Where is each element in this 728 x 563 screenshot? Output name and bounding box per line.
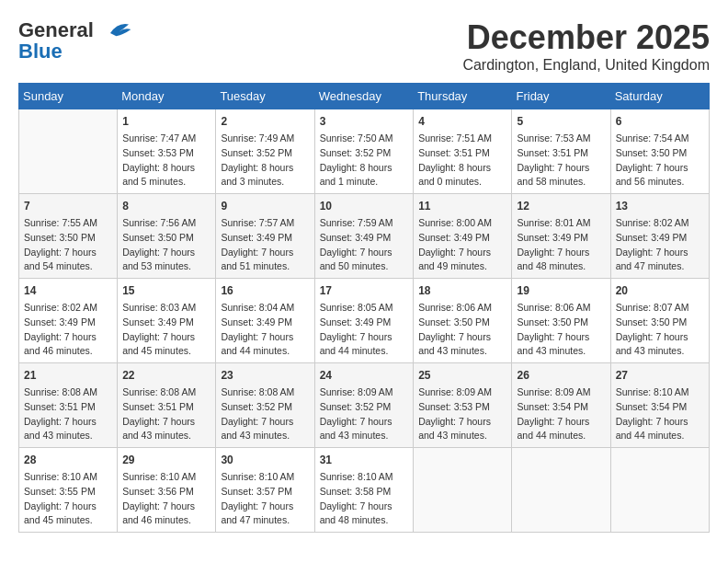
day-number: 23 — [221, 367, 309, 384]
day-number: 4 — [418, 113, 506, 130]
daylight-text: Daylight: 7 hours and 51 minutes. — [221, 247, 293, 272]
sunset-text: Sunset: 3:49 PM — [122, 316, 194, 327]
sunrise-text: Sunrise: 8:00 AM — [418, 217, 492, 228]
calendar-cell: 14Sunrise: 8:02 AMSunset: 3:49 PMDayligh… — [19, 279, 118, 363]
sunrise-text: Sunrise: 8:06 AM — [517, 302, 590, 313]
day-number: 5 — [517, 113, 605, 130]
daylight-text: Daylight: 7 hours and 49 minutes. — [418, 247, 491, 272]
daylight-text: Daylight: 7 hours and 46 minutes. — [24, 331, 97, 357]
daylight-text: Daylight: 7 hours and 48 minutes. — [517, 247, 589, 272]
sunset-text: Sunset: 3:54 PM — [517, 401, 588, 412]
sunset-text: Sunset: 3:50 PM — [24, 232, 96, 243]
calendar-cell: 1Sunrise: 7:47 AMSunset: 3:53 PMDaylight… — [118, 109, 216, 194]
sunrise-text: Sunrise: 7:50 AM — [320, 132, 393, 144]
calendar-week-3: 21Sunrise: 8:08 AMSunset: 3:51 PMDayligh… — [19, 363, 710, 448]
daylight-text: Daylight: 7 hours and 50 minutes. — [320, 247, 392, 272]
day-number: 27 — [616, 367, 704, 384]
sunrise-text: Sunrise: 7:55 AM — [24, 217, 97, 228]
calendar-cell: 27Sunrise: 8:10 AMSunset: 3:54 PMDayligh… — [610, 363, 709, 448]
logo: General Blue — [18, 18, 134, 63]
sunrise-text: Sunrise: 7:49 AM — [221, 132, 294, 144]
calendar-cell: 21Sunrise: 8:08 AMSunset: 3:51 PMDayligh… — [19, 363, 118, 448]
sunset-text: Sunset: 3:50 PM — [616, 316, 688, 327]
daylight-text: Daylight: 7 hours and 53 minutes. — [122, 247, 195, 272]
day-number: 2 — [221, 113, 309, 130]
daylight-text: Daylight: 8 hours and 3 minutes. — [221, 162, 293, 188]
sunset-text: Sunset: 3:50 PM — [122, 232, 194, 243]
sunrise-text: Sunrise: 8:08 AM — [24, 386, 97, 397]
daylight-text: Daylight: 8 hours and 1 minute. — [320, 162, 392, 188]
sunset-text: Sunset: 3:52 PM — [320, 401, 392, 412]
sunset-text: Sunset: 3:53 PM — [122, 147, 194, 158]
header-wednesday: Wednesday — [314, 84, 414, 109]
calendar-cell: 11Sunrise: 8:00 AMSunset: 3:49 PMDayligh… — [414, 194, 512, 279]
sunset-text: Sunset: 3:52 PM — [221, 401, 292, 412]
daylight-text: Daylight: 7 hours and 44 minutes. — [616, 416, 688, 442]
daylight-text: Daylight: 7 hours and 45 minutes. — [122, 331, 195, 357]
sunrise-text: Sunrise: 7:51 AM — [418, 132, 492, 144]
daylight-text: Daylight: 8 hours and 5 minutes. — [122, 162, 195, 188]
daylight-text: Daylight: 7 hours and 58 minutes. — [517, 162, 589, 188]
sunrise-text: Sunrise: 7:54 AM — [616, 132, 689, 144]
daylight-text: Daylight: 7 hours and 43 minutes. — [221, 416, 293, 442]
sunset-text: Sunset: 3:49 PM — [24, 316, 96, 327]
day-number: 18 — [418, 282, 506, 299]
sunrise-text: Sunrise: 8:01 AM — [517, 217, 590, 228]
sunset-text: Sunset: 3:56 PM — [122, 486, 194, 497]
day-number: 15 — [122, 282, 210, 299]
calendar-cell: 19Sunrise: 8:06 AMSunset: 3:50 PMDayligh… — [512, 279, 610, 363]
logo-text-general: General — [18, 18, 94, 41]
sunset-text: Sunset: 3:50 PM — [517, 316, 588, 327]
day-number: 10 — [320, 198, 409, 214]
title-block: December 2025 Cardington, England, Unite… — [462, 18, 710, 74]
sunrise-text: Sunrise: 8:03 AM — [122, 302, 196, 313]
sunrise-text: Sunrise: 7:47 AM — [122, 132, 196, 144]
month-title: December 2025 — [462, 18, 710, 57]
calendar-cell: 7Sunrise: 7:55 AMSunset: 3:50 PMDaylight… — [19, 194, 118, 279]
sunset-text: Sunset: 3:50 PM — [418, 316, 490, 327]
sunset-text: Sunset: 3:49 PM — [320, 232, 392, 243]
day-number: 12 — [517, 198, 605, 214]
sunrise-text: Sunrise: 8:06 AM — [418, 302, 492, 313]
day-number: 20 — [616, 282, 704, 299]
calendar-cell: 2Sunrise: 7:49 AMSunset: 3:52 PMDaylight… — [216, 109, 314, 194]
sunset-text: Sunset: 3:52 PM — [320, 147, 392, 158]
calendar-cell: 6Sunrise: 7:54 AMSunset: 3:50 PMDaylight… — [610, 109, 709, 194]
sunset-text: Sunset: 3:51 PM — [517, 147, 588, 158]
calendar-cell: 10Sunrise: 7:59 AMSunset: 3:49 PMDayligh… — [314, 194, 414, 279]
day-number: 16 — [221, 282, 309, 299]
day-number: 17 — [320, 282, 409, 299]
sunset-text: Sunset: 3:49 PM — [221, 232, 292, 243]
calendar-cell: 8Sunrise: 7:56 AMSunset: 3:50 PMDaylight… — [118, 194, 216, 279]
daylight-text: Daylight: 7 hours and 45 minutes. — [24, 500, 97, 526]
day-number: 13 — [616, 198, 704, 214]
sunset-text: Sunset: 3:49 PM — [418, 232, 490, 243]
calendar-cell — [512, 448, 610, 533]
day-number: 30 — [221, 452, 309, 468]
page-header: General Blue December 2025 Cardington, E… — [18, 18, 710, 74]
day-number: 25 — [418, 367, 506, 384]
calendar-cell: 13Sunrise: 8:02 AMSunset: 3:49 PMDayligh… — [610, 194, 709, 279]
daylight-text: Daylight: 7 hours and 56 minutes. — [616, 162, 688, 188]
header-sunday: Sunday — [19, 84, 118, 109]
calendar-cell: 18Sunrise: 8:06 AMSunset: 3:50 PMDayligh… — [414, 279, 512, 363]
calendar-cell: 26Sunrise: 8:09 AMSunset: 3:54 PMDayligh… — [512, 363, 610, 448]
calendar-cell: 20Sunrise: 8:07 AMSunset: 3:50 PMDayligh… — [610, 279, 709, 363]
sunrise-text: Sunrise: 8:10 AM — [616, 386, 689, 397]
day-number: 19 — [517, 282, 605, 299]
sunrise-text: Sunrise: 7:56 AM — [122, 217, 196, 228]
sunrise-text: Sunrise: 8:02 AM — [616, 217, 689, 228]
sunset-text: Sunset: 3:52 PM — [221, 147, 292, 158]
sunrise-text: Sunrise: 8:04 AM — [221, 302, 294, 313]
calendar-cell: 5Sunrise: 7:53 AMSunset: 3:51 PMDaylight… — [512, 109, 610, 194]
day-number: 8 — [122, 198, 210, 214]
sunset-text: Sunset: 3:58 PM — [320, 486, 392, 497]
daylight-text: Daylight: 7 hours and 43 minutes. — [616, 331, 688, 357]
sunrise-text: Sunrise: 8:09 AM — [320, 386, 393, 397]
day-number: 11 — [418, 198, 506, 214]
day-number: 31 — [320, 452, 409, 468]
sunrise-text: Sunrise: 8:02 AM — [24, 302, 97, 313]
sunset-text: Sunset: 3:57 PM — [221, 486, 292, 497]
daylight-text: Daylight: 7 hours and 47 minutes. — [616, 247, 688, 272]
sunrise-text: Sunrise: 8:10 AM — [320, 471, 393, 482]
